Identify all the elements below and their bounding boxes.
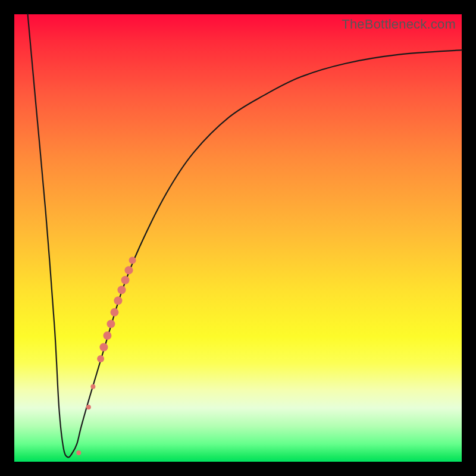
data-marker [76,450,81,455]
plot-area: TheBottleneck.com [14,14,462,462]
data-marker [117,286,126,294]
data-marker [110,308,118,317]
data-marker [121,276,130,284]
marker-layer [76,257,136,455]
data-marker [114,296,122,305]
data-marker [86,405,91,409]
curve-layer [14,14,462,462]
bottleneck-curve [28,14,462,458]
data-marker [90,384,95,389]
data-marker [103,331,111,340]
chart-frame: TheBottleneck.com [0,0,476,476]
data-marker [125,266,133,274]
data-marker [97,355,104,362]
data-marker [107,320,115,328]
data-marker [129,257,136,264]
data-marker [99,343,108,351]
